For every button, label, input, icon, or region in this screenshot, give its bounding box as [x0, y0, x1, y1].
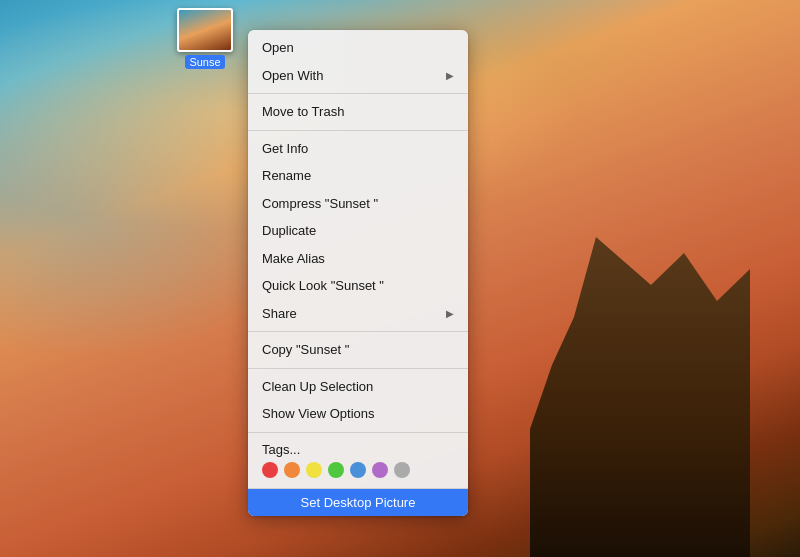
- menu-item-compress[interactable]: Compress "Sunset ": [248, 190, 468, 218]
- menu-item-duplicate-label: Duplicate: [262, 221, 316, 241]
- menu-section-actions: Get Info Rename Compress "Sunset " Dupli…: [248, 131, 468, 333]
- menu-item-clean-up-label: Clean Up Selection: [262, 377, 373, 397]
- menu-item-make-alias-label: Make Alias: [262, 249, 325, 269]
- menu-section-tags: Tags...: [248, 433, 468, 489]
- menu-item-make-alias[interactable]: Make Alias: [248, 245, 468, 273]
- menu-item-open-with-label: Open With: [262, 66, 323, 86]
- menu-item-rename-label: Rename: [262, 166, 311, 186]
- menu-section-open: Open Open With ▶: [248, 30, 468, 94]
- menu-item-open-with[interactable]: Open With ▶: [248, 62, 468, 90]
- menu-item-clean-up[interactable]: Clean Up Selection: [248, 373, 468, 401]
- share-arrow-icon: ▶: [446, 306, 454, 321]
- file-label: Sunse: [185, 55, 224, 69]
- menu-item-trash-label: Move to Trash: [262, 102, 344, 122]
- tags-dots-row: [262, 462, 454, 478]
- tag-dot-red[interactable]: [262, 462, 278, 478]
- tags-area: Tags...: [248, 437, 468, 484]
- menu-item-share[interactable]: Share ▶: [248, 300, 468, 328]
- menu-item-copy[interactable]: Copy "Sunset ": [248, 336, 468, 364]
- menu-item-compress-label: Compress "Sunset ": [262, 194, 378, 214]
- set-desktop-section: Set Desktop Picture: [248, 489, 468, 516]
- menu-item-open-label: Open: [262, 38, 294, 58]
- menu-item-get-info-label: Get Info: [262, 139, 308, 159]
- menu-item-show-view-options[interactable]: Show View Options: [248, 400, 468, 428]
- menu-item-copy-label: Copy "Sunset ": [262, 340, 349, 360]
- tag-dot-green[interactable]: [328, 462, 344, 478]
- tag-dot-orange[interactable]: [284, 462, 300, 478]
- tags-label: Tags...: [262, 442, 454, 457]
- menu-item-get-info[interactable]: Get Info: [248, 135, 468, 163]
- menu-item-quick-look-label: Quick Look "Sunset ": [262, 276, 384, 296]
- set-desktop-picture-button[interactable]: Set Desktop Picture: [248, 489, 468, 516]
- menu-item-rename[interactable]: Rename: [248, 162, 468, 190]
- menu-item-share-label: Share: [262, 304, 297, 324]
- menu-item-show-view-options-label: Show View Options: [262, 404, 375, 424]
- tag-dot-yellow[interactable]: [306, 462, 322, 478]
- menu-item-quick-look[interactable]: Quick Look "Sunset ": [248, 272, 468, 300]
- menu-section-view: Clean Up Selection Show View Options: [248, 369, 468, 433]
- menu-section-trash: Move to Trash: [248, 94, 468, 131]
- menu-item-duplicate[interactable]: Duplicate: [248, 217, 468, 245]
- menu-item-open[interactable]: Open: [248, 34, 468, 62]
- file-icon-area: Sunse: [170, 8, 240, 69]
- context-menu: Open Open With ▶ Move to Trash Get Info …: [248, 30, 468, 516]
- open-with-arrow-icon: ▶: [446, 68, 454, 83]
- tag-dot-purple[interactable]: [372, 462, 388, 478]
- file-thumbnail: [177, 8, 233, 52]
- menu-section-copy: Copy "Sunset ": [248, 332, 468, 369]
- tag-dot-blue[interactable]: [350, 462, 366, 478]
- tag-dot-gray[interactable]: [394, 462, 410, 478]
- menu-item-move-to-trash[interactable]: Move to Trash: [248, 98, 468, 126]
